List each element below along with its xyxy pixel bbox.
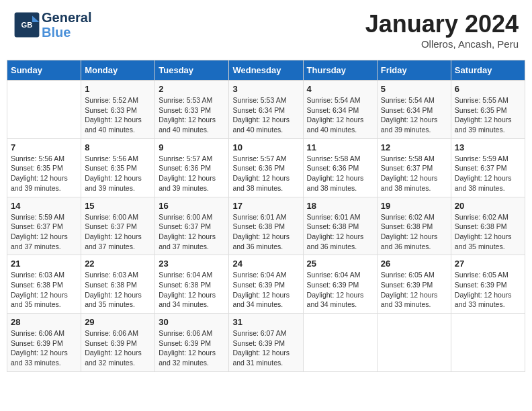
- day-info: Sunrise: 5:53 AMSunset: 6:34 PMDaylight:…: [232, 95, 299, 135]
- day-info: Sunrise: 6:02 AMSunset: 6:38 PMDaylight:…: [455, 212, 521, 252]
- calendar-cell: 5Sunrise: 5:54 AMSunset: 6:34 PMDaylight…: [377, 81, 451, 139]
- day-number: 13: [455, 142, 521, 152]
- day-info: Sunrise: 5:53 AMSunset: 6:33 PMDaylight:…: [159, 95, 225, 135]
- day-number: 10: [232, 142, 299, 152]
- day-number: 7: [11, 142, 77, 152]
- calendar-cell: [377, 314, 451, 372]
- calendar-cell: 15Sunrise: 6:00 AMSunset: 6:37 PMDayligh…: [81, 197, 155, 255]
- day-info: Sunrise: 6:04 AMSunset: 6:39 PMDaylight:…: [307, 270, 373, 310]
- day-number: 31: [232, 317, 299, 327]
- day-info: Sunrise: 6:00 AMSunset: 6:37 PMDaylight:…: [159, 212, 225, 252]
- calendar-cell: 25Sunrise: 6:04 AMSunset: 6:39 PMDayligh…: [303, 255, 377, 314]
- day-number: 18: [307, 201, 373, 211]
- day-number: 4: [307, 84, 373, 94]
- svg-text:GB: GB: [21, 21, 33, 29]
- day-number: 29: [85, 317, 151, 327]
- day-info: Sunrise: 6:06 AMSunset: 6:39 PMDaylight:…: [11, 328, 77, 368]
- day-info: Sunrise: 5:54 AMSunset: 6:34 PMDaylight:…: [307, 95, 373, 135]
- week-row-4: 21Sunrise: 6:03 AMSunset: 6:38 PMDayligh…: [7, 255, 525, 314]
- week-row-3: 14Sunrise: 5:59 AMSunset: 6:37 PMDayligh…: [7, 197, 525, 255]
- column-header-monday: Monday: [81, 60, 155, 81]
- day-info: Sunrise: 6:06 AMSunset: 6:39 PMDaylight:…: [85, 328, 151, 368]
- day-number: 14: [11, 201, 77, 211]
- day-info: Sunrise: 6:00 AMSunset: 6:37 PMDaylight:…: [85, 212, 151, 252]
- logo-text-line1: General: [42, 10, 91, 25]
- day-info: Sunrise: 6:01 AMSunset: 6:38 PMDaylight:…: [232, 212, 299, 252]
- column-header-saturday: Saturday: [451, 60, 525, 81]
- calendar-cell: 7Sunrise: 5:56 AMSunset: 6:35 PMDaylight…: [7, 138, 81, 197]
- week-row-5: 28Sunrise: 6:06 AMSunset: 6:39 PMDayligh…: [7, 314, 525, 372]
- day-number: 9: [159, 142, 225, 152]
- calendar-cell: 2Sunrise: 5:53 AMSunset: 6:33 PMDaylight…: [155, 81, 229, 139]
- day-info: Sunrise: 5:55 AMSunset: 6:35 PMDaylight:…: [455, 95, 521, 135]
- day-info: Sunrise: 6:07 AMSunset: 6:39 PMDaylight:…: [232, 328, 299, 368]
- day-info: Sunrise: 6:05 AMSunset: 6:39 PMDaylight:…: [455, 270, 521, 310]
- logo-text-line2: Blue: [42, 25, 91, 40]
- day-number: 1: [85, 84, 151, 94]
- day-number: 11: [307, 142, 373, 152]
- day-info: Sunrise: 6:06 AMSunset: 6:39 PMDaylight:…: [159, 328, 225, 368]
- column-header-thursday: Thursday: [303, 60, 377, 81]
- calendar-cell: 10Sunrise: 5:57 AMSunset: 6:36 PMDayligh…: [229, 138, 303, 197]
- day-info: Sunrise: 5:57 AMSunset: 6:36 PMDaylight:…: [159, 154, 225, 193]
- day-info: Sunrise: 5:57 AMSunset: 6:36 PMDaylight:…: [232, 154, 299, 193]
- calendar-cell: 12Sunrise: 5:58 AMSunset: 6:37 PMDayligh…: [377, 138, 451, 197]
- calendar-cell: 29Sunrise: 6:06 AMSunset: 6:39 PMDayligh…: [81, 314, 155, 372]
- calendar-cell: 28Sunrise: 6:06 AMSunset: 6:39 PMDayligh…: [7, 314, 81, 372]
- day-number: 27: [455, 259, 521, 269]
- calendar-cell: 24Sunrise: 6:04 AMSunset: 6:39 PMDayligh…: [229, 255, 303, 314]
- calendar-cell: 13Sunrise: 5:59 AMSunset: 6:37 PMDayligh…: [451, 138, 525, 197]
- day-info: Sunrise: 6:02 AMSunset: 6:38 PMDaylight:…: [381, 212, 447, 252]
- calendar-cell: 30Sunrise: 6:06 AMSunset: 6:39 PMDayligh…: [155, 314, 229, 372]
- calendar-cell: 19Sunrise: 6:02 AMSunset: 6:38 PMDayligh…: [377, 197, 451, 255]
- calendar-cell: 26Sunrise: 6:05 AMSunset: 6:39 PMDayligh…: [377, 255, 451, 314]
- day-number: 23: [159, 259, 225, 269]
- calendar-cell: 14Sunrise: 5:59 AMSunset: 6:37 PMDayligh…: [7, 197, 81, 255]
- calendar-cell: 1Sunrise: 5:52 AMSunset: 6:33 PMDaylight…: [81, 81, 155, 139]
- column-header-sunday: Sunday: [7, 60, 81, 81]
- day-number: 24: [232, 259, 299, 269]
- day-info: Sunrise: 5:59 AMSunset: 6:37 PMDaylight:…: [11, 212, 77, 252]
- calendar-cell: 9Sunrise: 5:57 AMSunset: 6:36 PMDaylight…: [155, 138, 229, 197]
- day-number: 17: [232, 201, 299, 211]
- week-row-2: 7Sunrise: 5:56 AMSunset: 6:35 PMDaylight…: [7, 138, 525, 197]
- day-number: 8: [85, 142, 151, 152]
- calendar-cell: 20Sunrise: 6:02 AMSunset: 6:38 PMDayligh…: [451, 197, 525, 255]
- calendar-cell: [7, 81, 81, 139]
- calendar-cell: 27Sunrise: 6:05 AMSunset: 6:39 PMDayligh…: [451, 255, 525, 314]
- day-info: Sunrise: 6:03 AMSunset: 6:38 PMDaylight:…: [11, 270, 77, 310]
- column-header-tuesday: Tuesday: [155, 60, 229, 81]
- day-number: 12: [381, 142, 447, 152]
- calendar-cell: 18Sunrise: 6:01 AMSunset: 6:38 PMDayligh…: [303, 197, 377, 255]
- column-header-friday: Friday: [377, 60, 451, 81]
- day-number: 5: [381, 84, 447, 94]
- day-number: 2: [159, 84, 225, 94]
- day-info: Sunrise: 6:04 AMSunset: 6:39 PMDaylight:…: [232, 270, 299, 310]
- calendar-cell: 17Sunrise: 6:01 AMSunset: 6:38 PMDayligh…: [229, 197, 303, 255]
- calendar-cell: [303, 314, 377, 372]
- day-number: 15: [85, 201, 151, 211]
- day-info: Sunrise: 5:54 AMSunset: 6:34 PMDaylight:…: [381, 95, 447, 135]
- calendar-cell: 4Sunrise: 5:54 AMSunset: 6:34 PMDaylight…: [303, 81, 377, 139]
- day-number: 16: [159, 201, 225, 211]
- day-number: 26: [381, 259, 447, 269]
- day-number: 19: [381, 201, 447, 211]
- calendar-cell: 6Sunrise: 5:55 AMSunset: 6:35 PMDaylight…: [451, 81, 525, 139]
- day-info: Sunrise: 5:58 AMSunset: 6:37 PMDaylight:…: [381, 154, 447, 193]
- page-header: GB General Blue January 2024 Olleros, An…: [7, 7, 525, 53]
- location-subtitle: Olleros, Ancash, Peru: [365, 38, 519, 50]
- title-block: January 2024 Olleros, Ancash, Peru: [365, 10, 519, 50]
- day-info: Sunrise: 5:56 AMSunset: 6:35 PMDaylight:…: [11, 154, 77, 193]
- day-info: Sunrise: 6:01 AMSunset: 6:38 PMDaylight:…: [307, 212, 373, 252]
- day-info: Sunrise: 5:56 AMSunset: 6:35 PMDaylight:…: [85, 154, 151, 193]
- day-info: Sunrise: 5:52 AMSunset: 6:33 PMDaylight:…: [85, 95, 151, 135]
- calendar-cell: 8Sunrise: 5:56 AMSunset: 6:35 PMDaylight…: [81, 138, 155, 197]
- day-number: 22: [85, 259, 151, 269]
- calendar-cell: 23Sunrise: 6:04 AMSunset: 6:38 PMDayligh…: [155, 255, 229, 314]
- day-info: Sunrise: 5:59 AMSunset: 6:37 PMDaylight:…: [455, 154, 521, 193]
- day-info: Sunrise: 6:05 AMSunset: 6:39 PMDaylight:…: [381, 270, 447, 310]
- calendar-cell: 16Sunrise: 6:00 AMSunset: 6:37 PMDayligh…: [155, 197, 229, 255]
- day-number: 6: [455, 84, 521, 94]
- column-header-wednesday: Wednesday: [229, 60, 303, 81]
- day-number: 20: [455, 201, 521, 211]
